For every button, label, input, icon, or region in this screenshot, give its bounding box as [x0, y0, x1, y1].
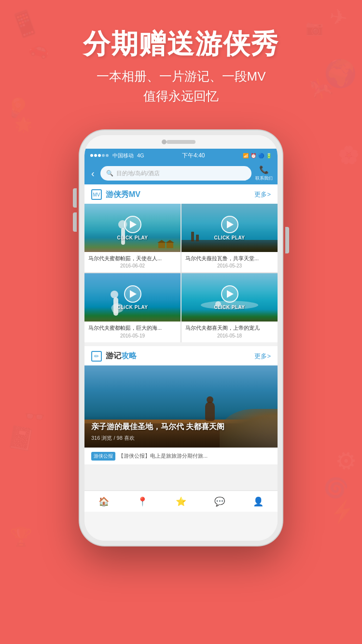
carrier-label: 中国移动: [112, 152, 134, 159]
click-play-label-2: CLICK PLAY: [214, 235, 245, 240]
video-grid: CLICK PLAY 马尔代夫蜜都帕茹，天使在人... 2016-06-02: [84, 204, 278, 342]
feature-article-title: 亲子游的最佳圣地，马尔代 夫都喜天阁: [91, 421, 271, 432]
video-thumb-4: CLICK PLAY: [181, 273, 278, 322]
video-item-3[interactable]: CLiCK PLAY 马尔代夫蜜都帕茹，巨大的海... 2016-05-19: [84, 273, 181, 342]
feature-card-overlay: 亲子游的最佳圣地，马尔代 夫都喜天阁 316 浏览 / 98 喜欢: [84, 416, 278, 447]
signal-bars: [90, 154, 109, 157]
video-date-2: 2016-05-23: [185, 263, 274, 268]
back-button[interactable]: ‹: [89, 168, 97, 179]
search-placeholder: 目的地/岛屿/酒店: [116, 169, 160, 178]
video-thumb-3: CLiCK PLAY: [84, 273, 181, 322]
status-time: 下午4:40: [182, 152, 205, 160]
video-item-2[interactable]: CLICK PLAY 马尔代夫薇拉瓦鲁，共享天堂... 2016-05-23: [181, 204, 278, 272]
notes-section-header: ✏ 游记攻略 更多>: [84, 346, 278, 365]
click-play-label-1: CLICK PLAY: [117, 235, 148, 240]
bluetooth-icon: 🔵: [258, 153, 264, 158]
play-overlay-2: CLICK PLAY: [181, 204, 278, 252]
click-play-label-4: CLICK PLAY: [214, 305, 245, 310]
star-icon: ⭐: [176, 496, 186, 507]
notes-icon: ✏: [91, 351, 102, 362]
notes-more-link[interactable]: 更多>: [254, 352, 271, 361]
alarm-icon: ⏰: [251, 153, 256, 158]
phone-frame: 中国移动 4G 下午4:40 📶 ⏰ 🔵 🔋 ‹ 🔍 目的地/岛屿/酒店: [80, 130, 282, 546]
mv-icon: MV: [91, 189, 102, 200]
status-bar: 中国移动 4G 下午4:40 📶 ⏰ 🔵 🔋: [84, 149, 278, 162]
chat-icon: 💬: [214, 496, 225, 507]
power-button: [285, 227, 289, 253]
mv-section-header: MV 游侠秀MV 更多>: [84, 184, 278, 204]
network-label: 4G: [137, 153, 144, 158]
search-bar: ‹ 🔍 目的地/岛屿/酒店 📞 联系我们: [84, 162, 278, 184]
phone-chin: [84, 512, 278, 541]
video-info-3: 马尔代夫蜜都帕茹，巨大的海... 2016-05-19: [84, 322, 181, 342]
play-button-2[interactable]: [221, 216, 238, 233]
wifi-icon: 📶: [243, 153, 249, 158]
video-title-1: 马尔代夫蜜都帕茹，天使在人...: [88, 255, 177, 262]
nav-messages[interactable]: 💬: [200, 491, 239, 512]
nav-home[interactable]: 🏠: [84, 491, 123, 512]
video-title-2: 马尔代夫薇拉瓦鲁，共享天堂...: [185, 255, 274, 262]
video-title-3: 马尔代夫蜜都帕茹，巨大的海...: [88, 324, 177, 332]
phone-camera: [162, 140, 167, 144]
mv-title: 游侠秀MV: [106, 190, 140, 200]
bottom-nav: 🏠 📍 ⭐ 💬 👤: [84, 490, 278, 512]
app-screen: 中国移动 4G 下午4:40 📶 ⏰ 🔵 🔋 ‹ 🔍 目的地/岛屿/酒店: [84, 149, 278, 512]
search-icon: 🔍: [106, 170, 113, 177]
video-thumb-1: CLICK PLAY: [84, 204, 181, 252]
nav-location[interactable]: 📍: [123, 491, 162, 512]
play-button-1[interactable]: [124, 216, 141, 233]
video-info-4: 马尔代夫都喜天阁，上帝的宠儿 2016-05-18: [181, 322, 278, 342]
phone-speaker: [167, 140, 195, 144]
battery-icon: 🔋: [266, 153, 272, 158]
strip-badge: 游侠公报: [91, 452, 115, 461]
content-area[interactable]: MV 游侠秀MV 更多>: [84, 184, 278, 490]
play-overlay-1: CLICK PLAY: [84, 204, 181, 252]
video-item-4[interactable]: CLICK PLAY 马尔代夫都喜天阁，上帝的宠儿 2016-05-18: [181, 273, 278, 342]
volume-down-button: [73, 212, 77, 232]
video-info-1: 马尔代夫蜜都帕茹，天使在人... 2016-06-02: [84, 252, 181, 272]
search-input-wrap[interactable]: 🔍 目的地/岛屿/酒店: [100, 166, 251, 181]
promo-subtitle: 一本相册、一片游记、一段MV 值得永远回忆: [0, 67, 362, 107]
location-icon: 📍: [137, 496, 148, 507]
click-play-label-3: CLiCK PLAY: [117, 305, 148, 310]
volume-up-button: [73, 188, 77, 208]
feature-article-stats: 316 浏览 / 98 喜欢: [91, 434, 271, 442]
profile-icon: 👤: [253, 496, 264, 507]
play-overlay-4: CLICK PLAY: [181, 273, 278, 322]
home-icon: 🏠: [98, 496, 109, 507]
play-overlay-3: CLiCK PLAY: [84, 273, 181, 322]
video-date-3: 2016-05-19: [88, 333, 177, 338]
phone-mockup: 中国移动 4G 下午4:40 📶 ⏰ 🔵 🔋 ‹ 🔍 目的地/岛屿/酒店: [80, 130, 282, 546]
video-thumb-2: CLICK PLAY: [181, 204, 278, 252]
video-date-1: 2016-06-02: [88, 263, 177, 268]
bottom-strip-teaser[interactable]: 游侠公报 【游侠公报】电上是旅旅游分期付旅...: [84, 448, 278, 464]
phone-speaker-area: [84, 135, 278, 149]
contact-label: 联系我们: [255, 175, 273, 182]
nav-profile[interactable]: 👤: [239, 491, 278, 512]
video-info-2: 马尔代夫薇拉瓦鲁，共享天堂... 2016-05-23: [181, 252, 278, 272]
play-button-4[interactable]: [221, 285, 238, 303]
contact-button[interactable]: 📞 联系我们: [255, 165, 273, 182]
promo-section: 分期赠送游侠秀 一本相册、一片游记、一段MV 值得永远回忆: [0, 29, 362, 107]
feature-article-card[interactable]: 亲子游的最佳圣地，马尔代 夫都喜天阁 316 浏览 / 98 喜欢: [84, 365, 278, 448]
video-date-4: 2016-05-18: [185, 333, 274, 338]
strip-text: 【游侠公报】电上是旅旅游分期付旅...: [118, 452, 208, 460]
phone-icon: 📞: [259, 165, 269, 174]
promo-title: 分期赠送游侠秀: [0, 29, 362, 59]
mv-more-link[interactable]: 更多>: [254, 190, 271, 199]
notes-title: 游记攻略: [106, 351, 137, 361]
nav-favorites[interactable]: ⭐: [162, 491, 200, 512]
video-title-4: 马尔代夫都喜天阁，上帝的宠儿: [185, 324, 274, 332]
video-item-1[interactable]: CLICK PLAY 马尔代夫蜜都帕茹，天使在人... 2016-06-02: [84, 204, 181, 272]
play-button-3[interactable]: [124, 285, 141, 303]
